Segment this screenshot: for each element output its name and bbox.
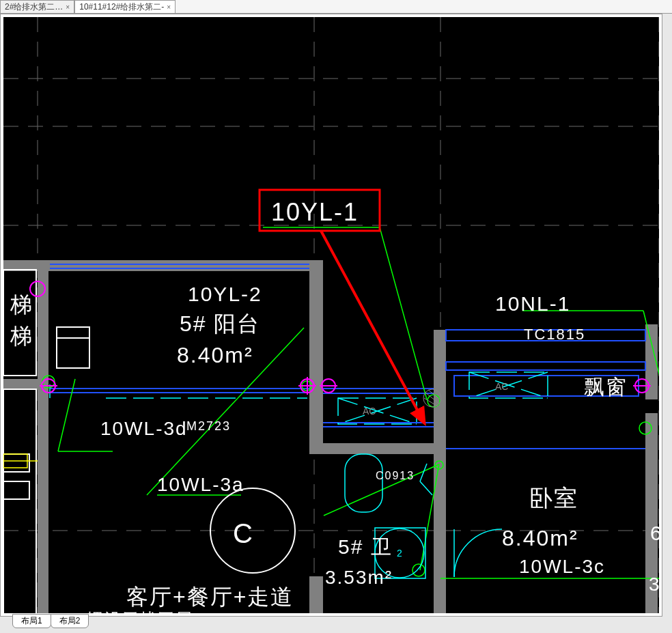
label-10wl3c: 10WL-3c: [519, 556, 605, 577]
svg-line-47: [380, 227, 427, 399]
top-tab-bar: 2#给排水第二… × 10#11#12#给排水第二- ×: [0, 0, 672, 14]
label-elev2: 梯: [10, 324, 33, 348]
label-c0913: C0913: [376, 470, 415, 481]
label-10yl1: 10YL-1: [271, 198, 359, 226]
label-10yl2: 10YL-2: [188, 283, 262, 305]
label-three: 3.: [649, 574, 659, 595]
label-grid-c: C: [233, 518, 254, 548]
label-10nl1: 10NL-1: [495, 292, 570, 315]
layout-tab-2[interactable]: 布局2: [51, 614, 89, 628]
svg-rect-8: [3, 260, 323, 271]
close-icon[interactable]: ×: [66, 3, 70, 11]
label-bedroom: 卧室: [529, 485, 578, 511]
label-bedroom-area: 8.40m²: [502, 526, 578, 550]
tab-label: 10#11#12#给排水第二-: [79, 1, 164, 13]
svg-rect-22: [3, 454, 29, 472]
label-six: 6: [650, 522, 659, 544]
svg-rect-15: [434, 389, 446, 613]
svg-rect-21: [3, 389, 36, 613]
label-elev1: 梯: [10, 292, 33, 317]
svg-rect-23: [3, 481, 29, 499]
label-bath-area: 3.53m²: [325, 567, 393, 588]
label-10wl3a: 10WL-3a: [157, 474, 244, 495]
svg-rect-12: [309, 389, 323, 443]
label-bath: 5# 卫: [338, 535, 393, 558]
label-ac2: AC: [495, 381, 508, 392]
layout-tab-1[interactable]: 布局1: [12, 614, 51, 628]
svg-rect-24: [57, 327, 89, 368]
label-10wl3d: 10WL-3d: [100, 418, 188, 439]
tab-file-1[interactable]: 2#给排水第二… ×: [0, 0, 74, 13]
svg-rect-13: [309, 443, 445, 454]
cad-viewport[interactable]: 10YL-1 10YL-2 5# 阳台 8.40m² 10NL-1 TC1815…: [3, 17, 659, 613]
label-living: 客厅+餐厅+走道: [126, 585, 294, 609]
tab-file-2[interactable]: 10#11#12#给排水第二- ×: [74, 0, 176, 13]
svg-rect-11: [309, 260, 323, 397]
svg-line-48: [58, 379, 75, 451]
label-m2723: M2723: [186, 419, 231, 433]
svg-rect-14: [309, 576, 323, 613]
svg-rect-16: [434, 330, 446, 389]
label-two: 2: [397, 548, 402, 559]
label-tc1815: TC1815: [524, 326, 585, 343]
label-balcony-area: 8.40m²: [177, 343, 253, 367]
label-piaochuang: 飘窗: [584, 376, 628, 398]
close-icon[interactable]: ×: [167, 3, 171, 11]
svg-rect-9: [38, 260, 48, 613]
tab-label: 2#给排水第二…: [5, 1, 63, 13]
bottom-tab-bar: 布局1 布局2: [12, 614, 88, 628]
drawing-frame: 10YL-1 10YL-2 5# 阳台 8.40m² 10NL-1 TC1815…: [0, 14, 662, 617]
svg-point-59: [412, 564, 425, 576]
label-sub: 埋设于找平层: [86, 610, 193, 613]
label-ac1: AC: [363, 406, 376, 417]
svg-rect-35: [446, 362, 645, 370]
label-balcony: 5# 阳台: [180, 311, 260, 336]
svg-line-67: [420, 481, 432, 495]
